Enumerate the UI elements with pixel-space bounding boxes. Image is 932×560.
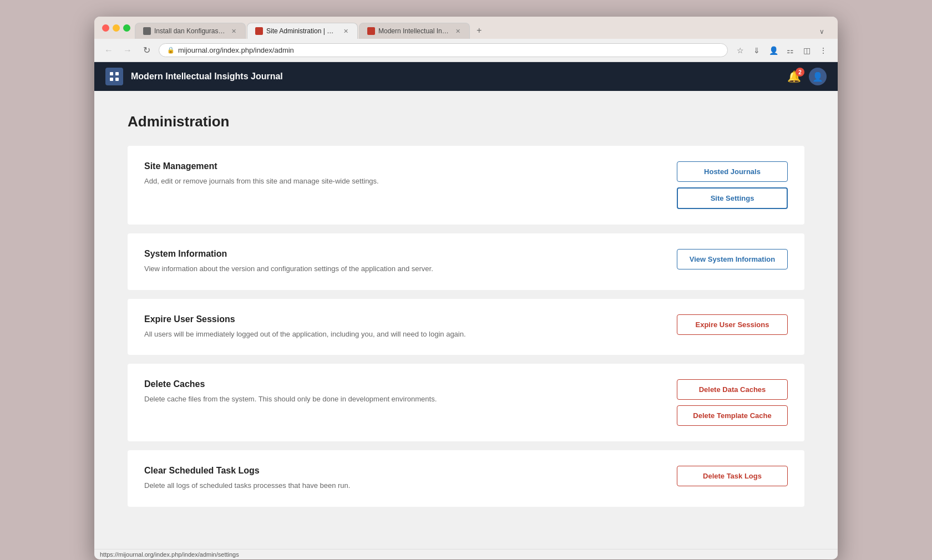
tab-close-icon[interactable]: ✕ <box>454 27 462 35</box>
address-actions: ☆ ⇓ 👤 ⚏ ◫ ⋮ <box>733 44 830 57</box>
status-bar: https://mijournal.org/index.php/index/ad… <box>94 549 838 559</box>
delete-template-cache-btn[interactable]: Delete Template Cache <box>677 405 788 426</box>
lock-icon: 🔒 <box>167 47 175 54</box>
card-description-clear-scheduled-task-logs: Delete all logs of scheduled tasks proce… <box>144 480 660 491</box>
cards-container: Site ManagementAdd, edit or remove journ… <box>128 146 804 507</box>
card-description-delete-caches: Delete cache files from the system. This… <box>144 394 660 405</box>
card-actions-expire-user-sessions: Expire User Sessions <box>677 314 788 335</box>
card-content-system-information: System InformationView information about… <box>144 249 660 274</box>
minimize-button[interactable] <box>113 24 120 32</box>
tab-label: Site Administration | Modern I... <box>266 27 338 35</box>
expire-sessions-btn[interactable]: Expire User Sessions <box>677 314 788 335</box>
tab-favicon <box>143 27 151 35</box>
card-content-clear-scheduled-task-logs: Clear Scheduled Task LogsDelete all logs… <box>144 466 660 491</box>
tab-label: Install dan Konfiguras... | Bool <box>154 27 226 35</box>
card-content-delete-caches: Delete CachesDelete cache files from the… <box>144 379 660 405</box>
app-header: Modern Intellectual Insights Journal 🔔 2… <box>94 62 838 91</box>
notification-badge: 2 <box>796 68 804 77</box>
card-description-expire-user-sessions: All users will be immediately logged out… <box>144 329 660 340</box>
notifications-button[interactable]: 🔔 2 <box>787 70 801 83</box>
tab-close-icon[interactable]: ✕ <box>230 27 237 35</box>
card-content-expire-user-sessions: Expire User SessionsAll users will be im… <box>144 314 660 340</box>
page-title: Administration <box>128 113 804 130</box>
browser-tab-tab3[interactable]: Modern Intellectual Insights J...✕ <box>359 23 470 39</box>
close-button[interactable] <box>102 24 109 32</box>
tabs-dropdown-button[interactable]: ∨ <box>814 24 830 39</box>
site-settings-btn[interactable]: Site Settings <box>677 187 788 209</box>
hosted-journals-btn[interactable]: Hosted Journals <box>677 161 788 182</box>
menu-icon[interactable]: ⋮ <box>817 44 830 57</box>
card-title-system-information: System Information <box>144 249 660 259</box>
card-content-site-management: Site ManagementAdd, edit or remove journ… <box>144 161 660 187</box>
view-system-info-btn[interactable]: View System Information <box>677 249 788 269</box>
new-tab-button[interactable]: + <box>471 22 487 39</box>
back-button[interactable]: ← <box>102 44 115 57</box>
address-bar: ← → ↻ 🔒 mijournal.org/index.php/index/ad… <box>94 39 838 62</box>
app-title: Modern Intellectual Insights Journal <box>131 72 283 82</box>
bookmark-icon[interactable]: ☆ <box>733 44 747 57</box>
svg-rect-1 <box>115 72 119 75</box>
svg-rect-3 <box>115 78 119 81</box>
card-description-system-information: View information about the version and c… <box>144 263 660 274</box>
delete-task-logs-btn[interactable]: Delete Task Logs <box>677 466 788 486</box>
url-bar[interactable]: 🔒 mijournal.org/index.php/index/admin <box>159 43 728 57</box>
browser-tab-tab1[interactable]: Install dan Konfiguras... | Bool✕ <box>135 23 246 39</box>
forward-button[interactable]: → <box>121 44 134 57</box>
tab-favicon <box>367 27 375 35</box>
card-title-site-management: Site Management <box>144 161 660 171</box>
profile-icon[interactable]: 👤 <box>767 44 780 57</box>
reload-button[interactable]: ↻ <box>140 44 153 57</box>
delete-data-caches-btn[interactable]: Delete Data Caches <box>677 379 788 400</box>
tab-label: Modern Intellectual Insights J... <box>378 27 450 35</box>
card-expire-user-sessions: Expire User SessionsAll users will be im… <box>128 299 804 355</box>
card-delete-caches: Delete CachesDelete cache files from the… <box>128 364 804 441</box>
app-logo <box>105 68 123 85</box>
card-title-delete-caches: Delete Caches <box>144 379 660 389</box>
download-icon[interactable]: ⇓ <box>750 44 763 57</box>
card-actions-clear-scheduled-task-logs: Delete Task Logs <box>677 466 788 486</box>
card-actions-system-information: View System Information <box>677 249 788 269</box>
tab-favicon <box>255 27 263 35</box>
header-actions: 🔔 2 👤 <box>787 68 827 85</box>
card-clear-scheduled-task-logs: Clear Scheduled Task LogsDelete all logs… <box>128 450 804 507</box>
extension-icon[interactable]: ⚏ <box>783 44 797 57</box>
tabs-bar: Install dan Konfiguras... | Bool✕Site Ad… <box>135 22 830 39</box>
svg-rect-0 <box>110 72 113 75</box>
user-avatar[interactable]: 👤 <box>809 68 827 85</box>
browser-window: Install dan Konfiguras... | Bool✕Site Ad… <box>94 17 838 559</box>
title-bar: Install dan Konfiguras... | Bool✕Site Ad… <box>94 17 838 39</box>
card-site-management: Site ManagementAdd, edit or remove journ… <box>128 146 804 225</box>
maximize-button[interactable] <box>123 24 130 32</box>
url-text: mijournal.org/index.php/index/admin <box>178 46 294 54</box>
browser-tab-tab2[interactable]: Site Administration | Modern I...✕ <box>247 23 358 39</box>
card-actions-site-management: Hosted JournalsSite Settings <box>677 161 788 209</box>
card-title-expire-user-sessions: Expire User Sessions <box>144 314 660 324</box>
main-content: Administration Site ManagementAdd, edit … <box>94 91 838 549</box>
tab-close-icon[interactable]: ✕ <box>342 27 350 35</box>
card-description-site-management: Add, edit or remove journals from this s… <box>144 176 660 187</box>
card-system-information: System InformationView information about… <box>128 233 804 290</box>
traffic-lights <box>102 24 130 37</box>
svg-rect-2 <box>110 78 113 81</box>
card-title-clear-scheduled-task-logs: Clear Scheduled Task Logs <box>144 466 660 476</box>
card-actions-delete-caches: Delete Data CachesDelete Template Cache <box>677 379 788 426</box>
status-url: https://mijournal.org/index.php/index/ad… <box>100 551 239 558</box>
split-view-icon[interactable]: ◫ <box>800 44 813 57</box>
